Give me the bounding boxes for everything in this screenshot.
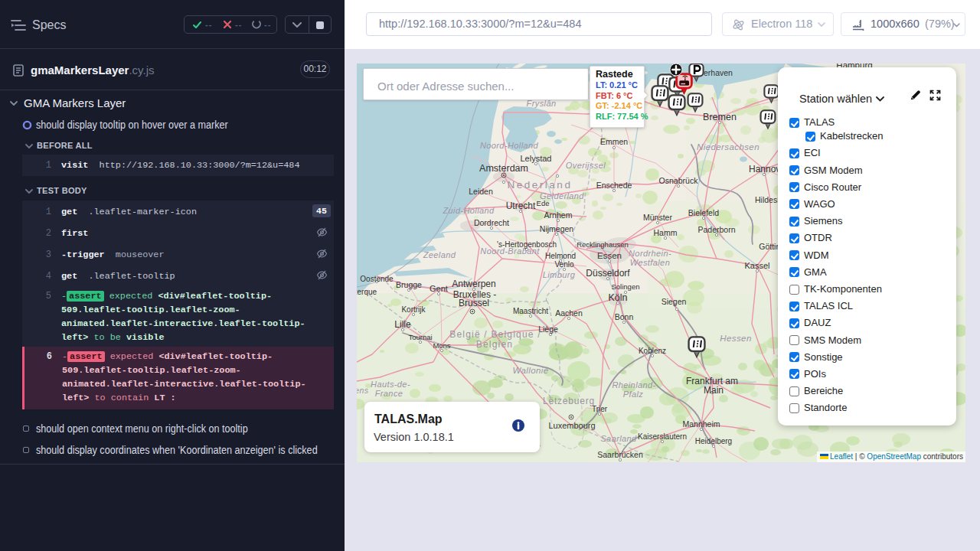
svg-text:Amsterdam: Amsterdam xyxy=(479,163,528,174)
svg-text:Dordrecht: Dordrecht xyxy=(474,218,509,227)
svg-text:Venlo: Venlo xyxy=(554,260,573,269)
svg-text:Zeeland: Zeeland xyxy=(423,250,456,259)
svg-text:Nijmegen: Nijmegen xyxy=(540,224,574,233)
svg-text:Kortrijk: Kortrijk xyxy=(401,305,426,314)
svg-text:Zuid-Holland: Zuid-Holland xyxy=(442,206,495,215)
svg-text:Siegen: Siegen xyxy=(662,297,687,306)
svg-text:Utrecht: Utrecht xyxy=(506,201,536,211)
svg-text:Gent: Gent xyxy=(430,284,448,293)
svg-text:Hamm: Hamm xyxy=(654,228,678,237)
svg-text:Oostende: Oostende xyxy=(360,275,394,283)
svg-text:Overijssel: Overijssel xyxy=(566,161,606,170)
svg-text:Maastricht: Maastricht xyxy=(513,307,548,315)
svg-text:Belgien: Belgien xyxy=(476,339,513,350)
svg-text:Paderborn: Paderborn xyxy=(697,225,735,234)
svg-text:Brugge: Brugge xyxy=(396,280,422,289)
svg-text:Bremen: Bremen xyxy=(703,112,737,122)
svg-text:Mannheim: Mannheim xyxy=(682,419,720,429)
svg-text:Main: Main xyxy=(704,385,724,396)
svg-text:Enschede: Enschede xyxy=(596,181,632,190)
svg-text:Lelystad: Lelystad xyxy=(521,154,552,163)
svg-text:Solingen: Solingen xyxy=(612,282,640,291)
svg-text:Aachen: Aachen xyxy=(555,308,583,318)
svg-text:Heidelberg: Heidelberg xyxy=(695,437,732,445)
svg-text:Limburg: Limburg xyxy=(543,270,576,279)
svg-text:Düsseldorf: Düsseldorf xyxy=(586,268,630,279)
svg-text:erhaven: erhaven xyxy=(704,68,733,77)
svg-text:Wallonie: Wallonie xyxy=(512,366,548,375)
svg-text:Brussel: Brussel xyxy=(459,298,489,308)
svg-text:Nederland: Nederland xyxy=(508,179,573,191)
svg-text:Pfalz: Pfalz xyxy=(623,390,644,399)
svg-text:Liège: Liège xyxy=(538,324,558,334)
svg-text:Kaiserslautern: Kaiserslautern xyxy=(638,432,687,441)
svg-text:Lëtzebuerg: Lëtzebuerg xyxy=(543,396,595,406)
svg-text:iens: iens xyxy=(357,386,369,395)
svg-text:Hessen: Hessen xyxy=(720,334,751,343)
svg-text:nkerque: nkerque xyxy=(357,288,377,296)
svg-text:Saarland: Saarland xyxy=(600,434,637,443)
svg-text:Lille: Lille xyxy=(394,319,411,330)
svg-text:Osnabrück: Osnabrück xyxy=(659,176,699,185)
svg-text:Köln: Köln xyxy=(608,292,627,303)
svg-text:Mons: Mons xyxy=(433,341,450,350)
svg-text:Tournai: Tournai xyxy=(408,333,432,341)
svg-text:Rheinland-: Rheinland- xyxy=(612,380,655,390)
svg-text:France: France xyxy=(375,389,403,398)
svg-text:Gelderland: Gelderland xyxy=(540,191,584,201)
svg-text:Recklinghausen: Recklinghausen xyxy=(577,240,629,249)
svg-text:Noord-Brabant: Noord-Brabant xyxy=(480,246,540,256)
svg-text:Antwerpen: Antwerpen xyxy=(452,279,495,289)
svg-text:Saarbrücken: Saarbrücken xyxy=(597,450,643,459)
svg-text:Niedersachsen: Niedersachsen xyxy=(697,142,760,152)
svg-text:Helmond: Helmond xyxy=(545,252,576,260)
svg-text:Emmen: Emmen xyxy=(600,137,628,146)
svg-text:Noord-Holland: Noord-Holland xyxy=(480,141,539,150)
svg-text:Bielefeld: Bielefeld xyxy=(688,208,719,217)
svg-text:België / Belgique /: België / Belgique / xyxy=(449,329,541,340)
svg-text:Hauts-de-: Hauts-de- xyxy=(371,380,410,389)
svg-text:Koblenz: Koblenz xyxy=(639,347,666,355)
svg-text:Essen: Essen xyxy=(597,251,622,260)
svg-text:Westfalen: Westfalen xyxy=(630,258,670,267)
svg-text:Arnhem: Arnhem xyxy=(544,210,573,220)
svg-text:Nordrhein-: Nordrhein- xyxy=(629,249,671,258)
svg-text:Luxembourg: Luxembourg xyxy=(548,421,595,430)
svg-text:Münster: Münster xyxy=(643,213,672,222)
svg-text:Leiden: Leiden xyxy=(469,187,493,196)
svg-text:Kassel: Kassel xyxy=(744,261,769,270)
svg-text:Bonn: Bonn xyxy=(615,312,634,321)
